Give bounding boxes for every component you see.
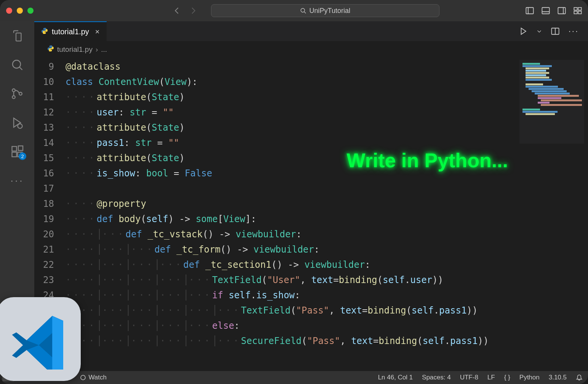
layout-bottom-icon[interactable] bbox=[542, 6, 550, 15]
titlebar: UniPyTutorial bbox=[0, 0, 588, 21]
code-content[interactable]: @dataclassclass ContentView(View):····at… bbox=[66, 58, 588, 371]
search-activity-icon[interactable] bbox=[10, 58, 24, 72]
run-debug-icon[interactable] bbox=[10, 116, 24, 130]
tabs: tutorial1.py × ··· bbox=[34, 21, 588, 41]
maximize-window-button[interactable] bbox=[27, 8, 34, 14]
status-language[interactable]: Python bbox=[519, 374, 540, 381]
svg-point-11 bbox=[13, 60, 21, 68]
code-area[interactable]: 9101112131415161718192021222324252627 @d… bbox=[34, 58, 588, 371]
status-encoding[interactable]: UTF-8 bbox=[460, 374, 478, 381]
svg-rect-17 bbox=[12, 152, 17, 157]
svg-point-12 bbox=[12, 89, 15, 92]
status-notifications-icon[interactable] bbox=[576, 374, 583, 381]
svg-point-13 bbox=[12, 96, 15, 99]
svg-rect-5 bbox=[558, 8, 565, 14]
status-brackets[interactable]: { } bbox=[504, 374, 510, 381]
status-watch[interactable]: Watch bbox=[80, 374, 107, 381]
nav-forward-button[interactable] bbox=[190, 7, 197, 14]
more-icon[interactable]: ··· bbox=[10, 174, 24, 187]
statusbar: 0 0 0 Watch Ln 46, Col 1 Spaces: 4 UTF-8… bbox=[0, 371, 588, 384]
tab-actions: ··· bbox=[519, 21, 588, 41]
status-interpreter[interactable]: 3.10.5 bbox=[549, 374, 567, 381]
svg-rect-19 bbox=[18, 146, 23, 150]
svg-rect-8 bbox=[578, 8, 581, 10]
svg-rect-10 bbox=[578, 11, 581, 14]
status-eol[interactable]: LF bbox=[487, 374, 495, 381]
nav-back-button[interactable] bbox=[173, 7, 181, 14]
svg-rect-3 bbox=[542, 8, 549, 14]
command-search[interactable]: UniPyTutorial bbox=[211, 4, 439, 17]
search-icon bbox=[300, 8, 306, 14]
svg-rect-1 bbox=[526, 8, 533, 14]
titlebar-layout-controls bbox=[526, 6, 582, 15]
circle-icon bbox=[80, 374, 86, 381]
status-cursor[interactable]: Ln 46, Col 1 bbox=[378, 374, 413, 381]
customize-layout-icon[interactable] bbox=[574, 6, 582, 15]
status-indent[interactable]: Spaces: 4 bbox=[422, 374, 451, 381]
window-controls bbox=[6, 8, 34, 14]
nav-arrows bbox=[173, 7, 197, 14]
breadcrumb-more: ... bbox=[101, 45, 107, 54]
source-control-icon[interactable] bbox=[10, 87, 24, 101]
svg-point-15 bbox=[18, 124, 22, 128]
breadcrumb[interactable]: tutorial1.py › ... bbox=[34, 41, 588, 58]
svg-point-0 bbox=[301, 8, 305, 12]
svg-rect-9 bbox=[574, 11, 577, 14]
minimize-window-button[interactable] bbox=[17, 8, 23, 14]
python-file-icon bbox=[47, 45, 54, 54]
overlay-caption: Write in Python... bbox=[347, 149, 508, 172]
svg-point-28 bbox=[81, 375, 85, 380]
more-actions-icon[interactable]: ··· bbox=[569, 26, 579, 36]
tab-tutorial1[interactable]: tutorial1.py × bbox=[34, 21, 107, 41]
split-editor-icon[interactable] bbox=[551, 27, 559, 35]
run-dropdown-icon[interactable] bbox=[537, 29, 542, 34]
minimap[interactable] bbox=[519, 60, 584, 144]
extensions-icon[interactable]: 2 bbox=[10, 145, 24, 158]
tab-filename: tutorial1.py bbox=[52, 27, 89, 36]
run-button[interactable] bbox=[519, 27, 527, 35]
main: 2 ··· tutorial1.py × ··· bbox=[0, 21, 588, 371]
python-file-icon bbox=[41, 27, 48, 36]
explorer-icon[interactable] bbox=[10, 29, 24, 43]
tab-close-button[interactable]: × bbox=[95, 27, 100, 36]
editor-area: tutorial1.py × ··· tutorial1.py › ... 91… bbox=[34, 21, 588, 371]
extensions-badge: 2 bbox=[19, 152, 26, 160]
breadcrumb-file: tutorial1.py bbox=[57, 45, 93, 54]
vscode-app-icon bbox=[0, 297, 81, 381]
breadcrumb-sep: › bbox=[96, 45, 98, 54]
close-window-button[interactable] bbox=[6, 8, 12, 14]
layout-left-icon[interactable] bbox=[526, 6, 534, 15]
layout-right-icon[interactable] bbox=[558, 6, 566, 15]
svg-rect-16 bbox=[12, 147, 17, 151]
svg-point-14 bbox=[19, 92, 22, 95]
search-text: UniPyTutorial bbox=[309, 7, 350, 15]
svg-rect-7 bbox=[574, 8, 577, 10]
